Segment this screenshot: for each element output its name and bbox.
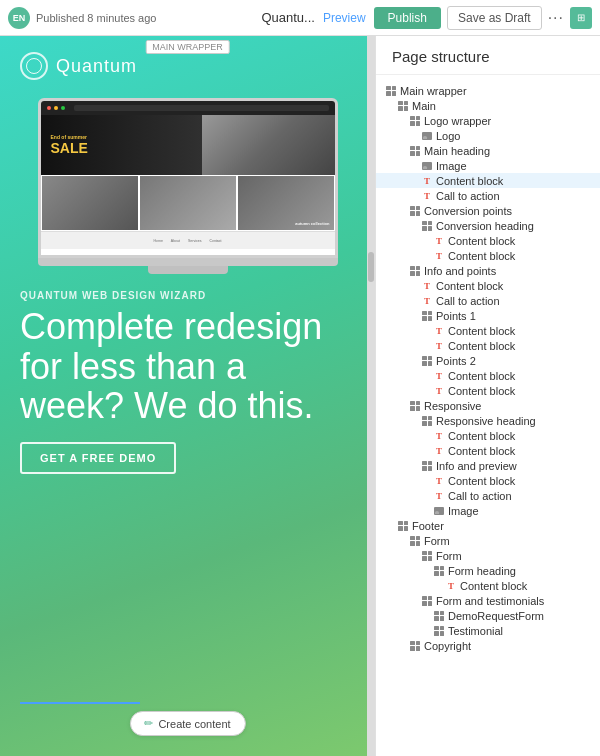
tree-item[interactable]: Image: [376, 503, 600, 518]
create-content-button[interactable]: ✏ Create content: [129, 711, 245, 736]
user-avatar[interactable]: EN: [8, 7, 30, 29]
tree-item[interactable]: Form: [376, 548, 600, 563]
tree-item[interactable]: Form: [376, 533, 600, 548]
tree-item-label: Info and points: [424, 265, 496, 277]
create-content-label: Create content: [158, 718, 230, 730]
tree-item[interactable]: Form heading: [376, 563, 600, 578]
tree-item[interactable]: Responsive: [376, 398, 600, 413]
text-icon: T: [432, 251, 446, 261]
tree-item[interactable]: TContent block: [376, 233, 600, 248]
tree-item[interactable]: Info and points: [376, 263, 600, 278]
tree-item-label: Form: [424, 535, 450, 547]
text-icon: T: [432, 446, 446, 456]
tree-item[interactable]: TContent block: [376, 428, 600, 443]
tree-item[interactable]: TContent block: [376, 368, 600, 383]
tree-item[interactable]: DemoRequestForm: [376, 608, 600, 623]
grid-icon: [420, 416, 434, 426]
laptop-inner: End of summer SALE: [41, 101, 335, 255]
tree-item[interactable]: Image: [376, 158, 600, 173]
tree-item[interactable]: TCall to action: [376, 488, 600, 503]
tree-item[interactable]: Responsive heading: [376, 413, 600, 428]
tree-item[interactable]: Footer: [376, 518, 600, 533]
tree-item[interactable]: Main heading: [376, 143, 600, 158]
tree-item-label: Conversion points: [424, 205, 512, 217]
blue-divider: [20, 702, 140, 704]
text-icon: T: [432, 236, 446, 246]
main-layout: MAIN WRAPPER Quantum: [0, 36, 600, 756]
tree-item-label: Points 1: [436, 310, 476, 322]
more-options-button[interactable]: ···: [548, 9, 564, 27]
page-structure-tree: Main wrapperMainLogo wrapperLogoMain hea…: [376, 75, 600, 661]
text-icon: T: [444, 581, 458, 591]
grid-icon: [384, 86, 398, 96]
tree-item[interactable]: TContent block: [376, 443, 600, 458]
tree-item-label: Call to action: [448, 490, 512, 502]
text-icon: T: [432, 341, 446, 351]
tree-item-label: Responsive heading: [436, 415, 536, 427]
tree-item-label: Image: [448, 505, 479, 517]
laptop-mockup: End of summer SALE: [38, 98, 338, 274]
user-menu-button[interactable]: ⊞: [570, 7, 592, 29]
canvas-scroll-thumb[interactable]: [368, 252, 374, 282]
tree-item[interactable]: TContent block: [376, 473, 600, 488]
tree-item-label: Footer: [412, 520, 444, 532]
tree-item-label: Content block: [448, 325, 515, 337]
laptop-nav: [41, 101, 335, 115]
tree-item-label: Logo: [436, 130, 460, 142]
tree-item[interactable]: Testimonial: [376, 623, 600, 638]
tree-item[interactable]: TContent block: [376, 383, 600, 398]
tree-item[interactable]: Copyright: [376, 638, 600, 653]
tree-item[interactable]: Conversion points: [376, 203, 600, 218]
tree-item[interactable]: TContent block: [376, 278, 600, 293]
tree-item[interactable]: TContent block: [376, 173, 600, 188]
text-icon: T: [432, 476, 446, 486]
grid-icon: [420, 551, 434, 561]
topbar-left: EN Published 8 minutes ago: [8, 7, 253, 29]
tree-item-label: Points 2: [436, 355, 476, 367]
grid-icon: [408, 116, 422, 126]
nav-dot-green: [61, 106, 65, 110]
preview-link[interactable]: Preview: [323, 11, 366, 25]
tree-item[interactable]: TCall to action: [376, 188, 600, 203]
tree-item[interactable]: Conversion heading: [376, 218, 600, 233]
address-bar: [74, 105, 329, 111]
tree-item-label: Info and preview: [436, 460, 517, 472]
panel-header: Page structure: [376, 36, 600, 75]
canvas-scrollbar[interactable]: [367, 36, 375, 756]
publish-button[interactable]: Publish: [374, 7, 441, 29]
tree-item-label: Image: [436, 160, 467, 172]
grid-icon: [420, 356, 434, 366]
grid-icon: [420, 221, 434, 231]
tree-item[interactable]: Info and preview: [376, 458, 600, 473]
tree-item[interactable]: Main: [376, 98, 600, 113]
tree-item-label: DemoRequestForm: [448, 610, 544, 622]
grid-icon: [396, 521, 410, 531]
site-eyebrow: QUANTUM WEB DESIGN WIZARD: [20, 290, 355, 301]
tree-item[interactable]: Points 2: [376, 353, 600, 368]
tree-item[interactable]: TContent block: [376, 323, 600, 338]
site-cta-button[interactable]: GET A FREE DEMO: [20, 442, 176, 474]
tree-item[interactable]: TContent block: [376, 338, 600, 353]
tree-item-label: Testimonial: [448, 625, 503, 637]
tree-item-label: Main wrapper: [400, 85, 467, 97]
grid-img-1: [42, 176, 138, 230]
tree-item[interactable]: Logo: [376, 128, 600, 143]
save-draft-button[interactable]: Save as Draft: [447, 6, 542, 30]
tree-item[interactable]: TCall to action: [376, 293, 600, 308]
grid-item-2: [140, 176, 236, 230]
site-preview: Quantum: [0, 36, 375, 756]
tree-item[interactable]: TContent block: [376, 248, 600, 263]
topbar-center: Quantu... Preview: [261, 10, 365, 25]
grid-item-3: autumn collection: [238, 176, 334, 230]
publish-status: Published 8 minutes ago: [36, 12, 156, 24]
tree-item-label: Content block: [448, 340, 515, 352]
grid-img-2: [140, 176, 236, 230]
tree-item[interactable]: Form and testimonials: [376, 593, 600, 608]
grid-icon: [432, 626, 446, 636]
tree-item[interactable]: Main wrapper: [376, 83, 600, 98]
tree-item[interactable]: TContent block: [376, 578, 600, 593]
grid-item-1: [42, 176, 138, 230]
tree-item[interactable]: Points 1: [376, 308, 600, 323]
logo-circle: [20, 52, 48, 80]
tree-item[interactable]: Logo wrapper: [376, 113, 600, 128]
